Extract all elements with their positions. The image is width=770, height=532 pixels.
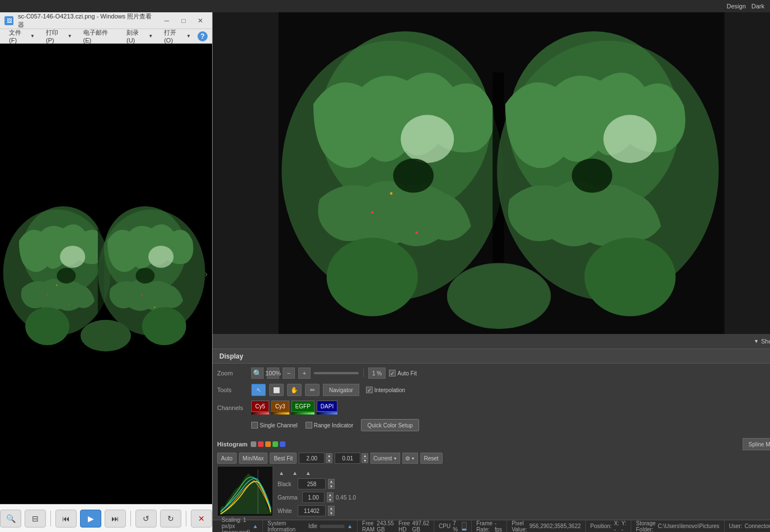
interpolation-cb-box: ✓ bbox=[366, 387, 373, 393]
spline-mode-button[interactable]: Spline Mode bbox=[743, 438, 770, 450]
interpolation-checkbox[interactable]: ✓ Interpolation bbox=[366, 387, 405, 393]
range-indicator-cb bbox=[306, 422, 312, 429]
cy5-button[interactable]: Cy5 bbox=[251, 401, 269, 412]
single-channel-checkbox[interactable]: Single Channel bbox=[251, 422, 298, 429]
pv-close-button[interactable]: ✕ bbox=[193, 15, 208, 26]
rotate-right-button[interactable]: ↻ bbox=[160, 510, 181, 528]
gamma-main-down[interactable]: ▼ bbox=[327, 497, 334, 502]
draw-tool-button[interactable]: ✏ bbox=[305, 384, 320, 396]
svg-point-33 bbox=[572, 158, 612, 192]
histogram-graph-area: ▲ ▲ ▲ Black ▲ ▼ bbox=[217, 466, 770, 516]
black-input[interactable] bbox=[298, 478, 326, 489]
zoom-plus-button[interactable]: + bbox=[298, 368, 311, 379]
delete-button[interactable]: ✕ bbox=[191, 510, 212, 528]
menu-help[interactable]: ? bbox=[198, 31, 208, 41]
prev-button[interactable]: ⏮ bbox=[55, 510, 77, 528]
position-x: X: - bbox=[614, 520, 619, 533]
free-hd-value: 497.62 GB bbox=[412, 520, 430, 533]
pv-maximize-button[interactable]: □ bbox=[176, 15, 191, 26]
auto-fit-checkbox[interactable]: ✓ Auto Fit bbox=[389, 370, 416, 376]
menu-email[interactable]: 电子邮件(E) bbox=[79, 27, 120, 45]
reset-button[interactable]: Reset bbox=[420, 453, 443, 464]
position-label: Position: bbox=[590, 523, 612, 529]
pv-minimize-button[interactable]: ─ bbox=[159, 15, 174, 26]
brain-image bbox=[0, 44, 212, 504]
menu-open[interactable]: 打开(O) ▼ bbox=[159, 27, 195, 45]
white-up[interactable]: ▲ bbox=[328, 506, 335, 511]
rotate-left-button[interactable]: ↺ bbox=[135, 510, 157, 528]
zoom-button[interactable]: 🔍 bbox=[0, 510, 21, 528]
expand-icon[interactable]: ▲ bbox=[347, 523, 353, 529]
show-all-button[interactable]: Show All bbox=[754, 338, 770, 345]
dapi-button[interactable]: DAPI bbox=[317, 401, 337, 412]
menu-file[interactable]: 文件(F) ▼ bbox=[4, 27, 39, 45]
next-button[interactable]: ⏭ bbox=[105, 510, 126, 528]
gamma-main-up[interactable]: ▲ bbox=[327, 492, 334, 497]
menu-print[interactable]: 打印(P) ▼ bbox=[41, 27, 77, 45]
pixel-section: Pixel Value: 956,2902;3585,3622 bbox=[507, 520, 585, 532]
pointer-tool-button[interactable]: ↖ bbox=[251, 384, 266, 396]
histogram-controls: Auto Min/Max Best Fit ▲ ▼ bbox=[217, 453, 770, 464]
svg-point-15 bbox=[81, 320, 131, 351]
view-controls: Zoom 🔍 100% − + 1 % ✓ Auto Fit bbox=[213, 364, 770, 435]
egfp-channel: EGFP bbox=[292, 401, 314, 415]
quick-color-setup-button[interactable]: Quick Color Setup bbox=[361, 419, 419, 431]
gamma-down-arrow[interactable]: ▼ bbox=[326, 458, 332, 463]
gamma-step-down[interactable]: ▼ bbox=[361, 458, 368, 463]
pan-tool-button[interactable]: ✋ bbox=[287, 384, 302, 396]
menu-burn[interactable]: 刻录(U) ▼ bbox=[122, 27, 157, 45]
rect-tool-button[interactable]: ⬜ bbox=[269, 384, 284, 396]
edge-indicator: › bbox=[205, 269, 208, 279]
white-spin: ▲ ▼ bbox=[328, 506, 335, 516]
framerate-section: Frame Rate: - fps bbox=[472, 520, 507, 532]
zoom-slider[interactable] bbox=[314, 372, 359, 374]
slideshow-button[interactable]: ▶ bbox=[80, 510, 101, 528]
scaling-icon: ▲ bbox=[252, 523, 258, 529]
zen-image-area bbox=[213, 12, 770, 334]
white-triangle: ▲ bbox=[306, 470, 311, 476]
white-input[interactable] bbox=[298, 505, 326, 516]
mid-triangle: ▲ bbox=[292, 470, 298, 476]
zoom-icon-button[interactable]: 🔍 bbox=[251, 368, 264, 379]
auto-button[interactable]: Auto bbox=[217, 453, 237, 464]
zoom-minus-button[interactable]: − bbox=[283, 368, 295, 379]
cy3-button[interactable]: Cy3 bbox=[271, 401, 289, 412]
gamma-value-input[interactable] bbox=[299, 453, 325, 464]
white-down[interactable]: ▼ bbox=[328, 511, 335, 516]
minmax-button[interactable]: Min/Max bbox=[239, 453, 268, 464]
black-down[interactable]: ▼ bbox=[328, 484, 335, 489]
gamma-step-group: ▲ ▼ bbox=[335, 453, 368, 464]
cy5-color-bar bbox=[251, 412, 269, 415]
white-label: White bbox=[278, 508, 295, 514]
display-tab[interactable]: Display bbox=[213, 349, 770, 364]
svg-point-24 bbox=[401, 115, 454, 163]
gamma-step-up[interactable]: ▲ bbox=[361, 453, 368, 458]
cy3-channel: Cy3 bbox=[271, 401, 289, 415]
zen-controls-bar: Show All bbox=[213, 334, 770, 349]
dot-orange bbox=[265, 441, 271, 447]
navigator-button[interactable]: Navigator bbox=[323, 384, 359, 396]
black-up[interactable]: ▲ bbox=[328, 479, 335, 484]
egfp-button[interactable]: EGFP bbox=[292, 401, 314, 412]
zoom-percent-display: 1 % bbox=[368, 368, 386, 379]
histogram-header: Histogram Spline Mode bbox=[217, 438, 770, 450]
cpu-bar-fill bbox=[462, 529, 466, 530]
best-fit-button[interactable]: Best Fit bbox=[270, 453, 297, 464]
settings-dropdown[interactable]: ⚙ bbox=[402, 453, 418, 464]
user-label: User: bbox=[729, 523, 743, 529]
status-bar: Scaling: 1 px/px (measured) ▲ System Inf… bbox=[213, 520, 770, 532]
svg-point-30 bbox=[584, 238, 675, 316]
gamma-up-arrow[interactable]: ▲ bbox=[326, 453, 332, 458]
current-dropdown[interactable]: Current bbox=[370, 453, 400, 464]
user-section: User: Connectome ℹ bbox=[725, 520, 770, 532]
main-layout: 🖼 sc-C057-146-O4213.czi.png - Windows 照片… bbox=[0, 12, 770, 532]
gamma-step-input[interactable] bbox=[335, 453, 360, 464]
zoom-100-button[interactable]: 100% bbox=[267, 368, 279, 379]
gamma-input[interactable] bbox=[302, 492, 325, 503]
svg-point-17 bbox=[136, 268, 155, 284]
range-indicator-checkbox[interactable]: Range Indicator bbox=[306, 422, 354, 429]
fit-button[interactable]: ⊟ bbox=[25, 510, 46, 528]
svg-point-29 bbox=[327, 238, 418, 316]
dapi-channel: DAPI bbox=[317, 401, 337, 415]
ram-section: Free RAM 243.55 GB Free HD 497.62 GB bbox=[358, 520, 434, 532]
